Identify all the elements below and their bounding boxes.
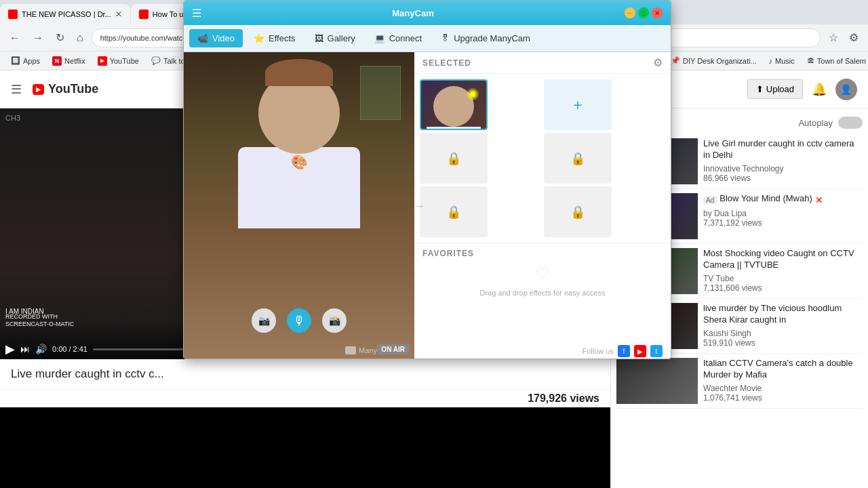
sidebar-views-5: 1,076,741 views: [703, 393, 863, 403]
notifications-button[interactable]: 🔔: [808, 79, 830, 100]
webcam-controls: 📷 🎙 📸: [184, 308, 414, 333]
upgrade-nav-icon: 🎖: [441, 33, 450, 43]
bookmark-label-apps: Apps: [23, 57, 40, 65]
shirt-area: 🎨: [238, 147, 360, 228]
sidebar-info-2: Ad Blow Your Mind (Mwah) ✕ by Dua Lipa 7…: [703, 193, 863, 239]
volume-button[interactable]: 🔊: [35, 344, 47, 354]
close-button[interactable]: ✕: [652, 7, 663, 18]
effect-cell-5[interactable]: 🔒: [420, 186, 488, 237]
bookmark-label-salem: Town of Salem: [817, 57, 866, 65]
bookmark-apps[interactable]: 🔲 Apps: [5, 55, 45, 66]
manycam-title: ManyCam: [201, 8, 625, 18]
bookmark-label-youtube: YouTube: [110, 57, 139, 65]
lock-icon-5: 🔒: [446, 205, 461, 220]
back-button[interactable]: ←: [5, 29, 24, 47]
tab-favicon-2: [139, 9, 149, 19]
manycam-preview: 🎨 ManyCam.com ON AIR 📷 🎙 📸 →: [184, 52, 414, 359]
user-avatar[interactable]: 👤: [835, 79, 857, 100]
tab-1[interactable]: THE NEW PICASSO | Dr... ✕: [0, 4, 130, 24]
home-button[interactable]: ⌂: [73, 29, 87, 47]
camera-button[interactable]: 📷: [252, 308, 276, 333]
netflix-icon: N: [52, 56, 62, 66]
sidebar-channel-3: TV Tube: [703, 274, 863, 283]
lock-icon-4: 🔒: [570, 151, 585, 166]
bookmark-label-diy: DIY Desk Organizati...: [683, 57, 757, 65]
bookmark-diy[interactable]: 📌 DIY Desk Organizati...: [665, 55, 762, 66]
bookmark-salem[interactable]: 🏚 Town of Salem: [802, 56, 868, 66]
upload-button[interactable]: ⬆ Upload: [747, 79, 803, 99]
youtube-logo[interactable]: ▶ YouTube: [33, 82, 98, 96]
next-button[interactable]: ⏭: [20, 344, 30, 354]
minimize-button[interactable]: −: [625, 7, 635, 18]
ad-badge: Ad: [703, 196, 717, 205]
maximize-button[interactable]: □: [638, 7, 649, 18]
forward-button[interactable]: →: [28, 29, 47, 47]
tab-close-1[interactable]: ✕: [115, 9, 122, 19]
apps-icon: 🔲: [11, 56, 20, 65]
favorites-heart-icon: ♡: [422, 264, 663, 283]
window-controls: − □ ✕: [625, 7, 663, 18]
ch-label: CH3: [5, 114, 20, 122]
sidebar-info-3: Most Shocking video Caught on CCTV Camer…: [703, 248, 863, 294]
sidebar-views-1: 86,966 views: [703, 174, 863, 183]
bookmark-button[interactable]: ☆: [825, 28, 842, 47]
effect-cell-4[interactable]: 🔒: [544, 133, 612, 184]
mc-hamburger-icon[interactable]: ☰: [192, 7, 201, 20]
settings-button[interactable]: ⚙: [845, 28, 863, 47]
nav-video[interactable]: 📹 Video: [189, 29, 243, 47]
manycam-nav: 📹 Video ⭐ Effects 🖼 Gallery 💻 Connect 🎖 …: [184, 25, 671, 52]
talk-icon: 💬: [151, 56, 161, 65]
autoplay-toggle[interactable]: [838, 117, 863, 129]
tab-favicon-1: [8, 9, 18, 19]
upload-icon: ⬆: [756, 84, 764, 94]
effect-cell-3[interactable]: 🔒: [420, 133, 488, 184]
sidebar-channel-2: by Dua Lipa: [703, 209, 863, 218]
effects-grid: + 🔒 🔒 🔒 🔒: [414, 74, 671, 243]
sidebar-channel-1: Innovative Technology: [703, 164, 863, 174]
diy-icon: 📌: [671, 56, 680, 65]
add-effect-icon: +: [573, 96, 583, 115]
nav-gallery[interactable]: 🖼 Gallery: [307, 29, 363, 47]
manycam-titlebar: ☰ ManyCam − □ ✕: [184, 1, 671, 25]
facebook-icon[interactable]: f: [618, 345, 630, 357]
screencast-badge: RECORDED WITHSCREENCAST-O-MATIC: [5, 313, 74, 329]
effect-cell-add[interactable]: +: [544, 79, 612, 130]
manycam-content: 🎨 ManyCam.com ON AIR 📷 🎙 📸 →: [184, 52, 671, 359]
nav-upgrade[interactable]: 🎖 Upgrade ManyCam: [433, 29, 538, 47]
bookmark-youtube[interactable]: ▶ YouTube: [92, 55, 144, 67]
bg-element: [360, 66, 401, 120]
yt-logo-icon: ▶: [33, 84, 44, 95]
microphone-button[interactable]: 🎙: [287, 308, 311, 333]
sidebar-video-5[interactable]: Italian CCTV Camera's catch a double Mur…: [616, 354, 863, 409]
video-title: Live murder caught in cctv c...: [11, 367, 599, 381]
nav-effects[interactable]: ⭐ Effects: [245, 29, 304, 47]
youtube-social-icon[interactable]: ▶: [634, 345, 646, 357]
bookmark-music[interactable]: ♪ Music: [764, 56, 800, 66]
refresh-button[interactable]: ↻: [52, 28, 68, 47]
hair: [265, 59, 333, 86]
filter-icon[interactable]: ⚙: [653, 56, 663, 69]
ad-close-button[interactable]: ✕: [815, 195, 823, 205]
favorites-label: FAVORITES: [422, 249, 663, 258]
favorites-description: Drag and drop effects for easy access: [422, 288, 663, 298]
snapshot-button[interactable]: 📸: [322, 308, 347, 333]
video-nav-icon: 📹: [197, 33, 208, 43]
sidebar-info-5: Italian CCTV Camera's catch a double Mur…: [703, 358, 863, 404]
sidebar-title-2: Blow Your Mind (Mwah): [719, 193, 812, 205]
tab-title-1: THE NEW PICASSO | Dr...: [22, 10, 111, 18]
sidebar-views-2: 7,371,192 views: [703, 218, 863, 228]
hamburger-menu-icon[interactable]: ☰: [11, 82, 22, 97]
sidebar-title-5: Italian CCTV Camera's catch a double Mur…: [703, 358, 863, 381]
nav-connect[interactable]: 💻 Connect: [366, 29, 430, 47]
effect-cell-1[interactable]: [420, 79, 488, 130]
effect-cell-6[interactable]: 🔒: [544, 186, 612, 237]
gallery-nav-icon: 🖼: [315, 33, 323, 43]
effects-nav-label: Effects: [269, 33, 296, 43]
sidebar-views-4: 519,910 views: [703, 338, 863, 348]
cam-icon: [345, 346, 356, 354]
bookmark-netflix[interactable]: N Netflix: [47, 55, 91, 67]
views-bar: 179,926 views: [0, 389, 610, 407]
play-button[interactable]: ▶: [5, 342, 15, 357]
twitter-icon[interactable]: t: [650, 345, 663, 357]
music-icon: ♪: [769, 57, 773, 65]
